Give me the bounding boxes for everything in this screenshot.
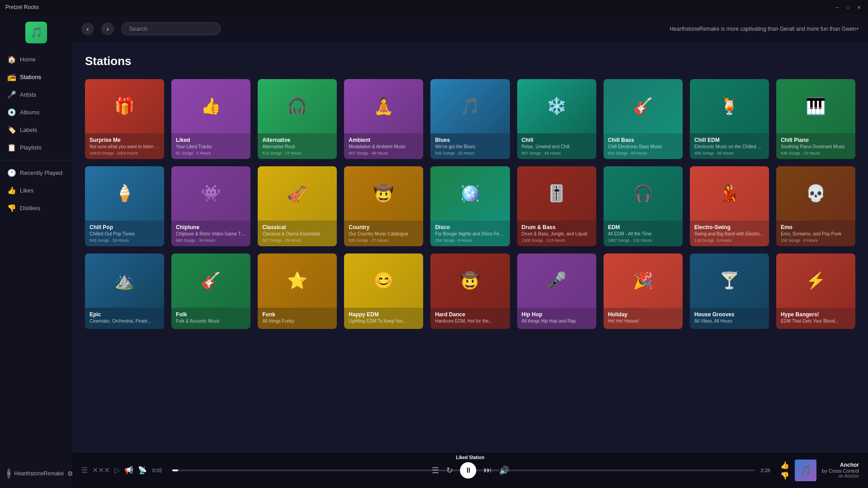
avatar: H bbox=[7, 468, 10, 479]
like-track-button[interactable]: 👍 bbox=[780, 461, 789, 469]
dislikes-icon: 👎 bbox=[7, 204, 15, 212]
station-desc: Chiptune & Retro Video Game Tunes bbox=[176, 231, 246, 236]
player-icon-1[interactable]: ☰ bbox=[81, 466, 88, 474]
station-name: Chill Pop bbox=[90, 224, 160, 230]
station-name: Drum & Bass bbox=[522, 224, 592, 230]
station-name: EDM bbox=[608, 224, 678, 230]
sidebar-item-home[interactable]: 🏠 Home bbox=[0, 51, 72, 68]
station-card-classical[interactable]: 🎻 Classical Classical & Opera Essentials… bbox=[258, 166, 337, 246]
station-meta: 1308 Songs · 113 Hours bbox=[522, 238, 592, 243]
station-name-label: Liked bbox=[456, 455, 468, 460]
sidebar-item-recently-played[interactable]: 🕐 Recently Played bbox=[0, 164, 72, 182]
station-card-funk[interactable]: ⭐ Funk All things Funky bbox=[258, 253, 337, 329]
station-desc: Swing and Big Band with Electronic Beats bbox=[694, 231, 764, 236]
sidebar-divider bbox=[0, 160, 72, 160]
volume-button[interactable]: 🔊 bbox=[499, 465, 509, 475]
app-body: 🎵 🏠 Home 📻 Stations 🎤 Artists 💿 Albums 🏷… bbox=[0, 14, 868, 488]
station-name: Chill Piano bbox=[781, 137, 851, 143]
player-right: 👍 👎 🎵 Anchor by Cross Control on Anchor bbox=[780, 460, 859, 481]
station-name: Chiptune bbox=[176, 224, 246, 230]
station-name: Electro-Swing bbox=[694, 224, 764, 230]
station-desc: All things Hip Hop and Rap bbox=[522, 319, 592, 324]
station-card-surprise-me[interactable]: 🎁 Surprise Me Not sure what you want to … bbox=[85, 79, 164, 159]
maximize-button[interactable]: □ bbox=[844, 4, 852, 11]
station-meta: 543 Songs · 29 Hours bbox=[90, 238, 160, 243]
station-desc: Drum & Bass, Jungle, and Liquid bbox=[522, 231, 592, 236]
sidebar-item-artists[interactable]: 🎤 Artists bbox=[0, 86, 72, 103]
station-card-chill-pop[interactable]: 🍦 Chill Pop Chilled Out Pop Tunes 543 So… bbox=[85, 166, 164, 246]
sidebar-item-stations[interactable]: 📻 Stations bbox=[0, 68, 72, 86]
back-button[interactable]: ‹ bbox=[81, 23, 94, 35]
station-card-chill-edm[interactable]: 🍹 Chill EDM Electronic Music on the Chil… bbox=[690, 79, 769, 159]
station-type-label: Station bbox=[469, 455, 485, 460]
dislike-track-button[interactable]: 👎 bbox=[780, 471, 789, 480]
station-name: Holiday bbox=[608, 311, 678, 318]
station-card-electro-swing[interactable]: 💃 Electro-Swing Swing and Big Band with … bbox=[690, 166, 769, 246]
sidebar-item-dislikes[interactable]: 👎 Dislikes bbox=[0, 199, 72, 217]
station-card-chiptune[interactable]: 👾 Chiptune Chiptune & Retro Video Game T… bbox=[171, 166, 250, 246]
loop-button[interactable]: ↻ bbox=[446, 465, 453, 475]
station-card-chill[interactable]: ❄️ Chill Relax, Unwind and Chill 907 Son… bbox=[517, 79, 596, 159]
station-card-alternative[interactable]: 🎧 Alternative Alternative Rock 512 Songs… bbox=[258, 79, 337, 159]
station-meta: 660 Songs · 34 Hours bbox=[176, 238, 246, 243]
sidebar: 🎵 🏠 Home 📻 Stations 🎤 Artists 💿 Albums 🏷… bbox=[0, 14, 72, 488]
close-button[interactable]: ✕ bbox=[855, 4, 863, 11]
station-desc: Not sure what you want to listen to? bbox=[90, 144, 160, 149]
sidebar-item-labels[interactable]: 🏷️ Labels bbox=[0, 121, 72, 139]
station-card-country[interactable]: 🤠 Country Our Country Music Catalogue 50… bbox=[344, 166, 423, 246]
station-card-liked[interactable]: 👍 Liked Your Liked Tracks 81 Songs · 5 H… bbox=[171, 79, 250, 159]
station-card-ambient[interactable]: 🧘 Ambient Medatative & Ambient Music 907… bbox=[344, 79, 423, 159]
station-card-chill-bass[interactable]: 🎸 Chill Bass Chill Electronic Bass Music… bbox=[604, 79, 683, 159]
station-meta: 548 Songs · 23 Hours bbox=[781, 151, 851, 155]
station-card-house-grooves[interactable]: 🍸 House Grooves All Vibes, All Hours bbox=[690, 253, 769, 329]
station-card-hip-hop[interactable]: 🎤 Hip Hop All things Hip Hop and Rap bbox=[517, 253, 596, 329]
player-radio-icon[interactable]: 📡 bbox=[138, 466, 147, 474]
station-card-hype-bangers![interactable]: ⚡ Hype Bangers! EDM That Gets Your Blood… bbox=[776, 253, 855, 329]
forward-button[interactable]: › bbox=[101, 23, 114, 35]
queue-button[interactable]: ☰ bbox=[432, 465, 439, 475]
station-desc: Your Liked Tracks bbox=[176, 144, 246, 149]
station-card-drum-&-bass[interactable]: 🎚️ Drum & Bass Drum & Bass, Jungle, and … bbox=[517, 166, 596, 246]
username: HearthstoneRemake bbox=[14, 470, 64, 477]
sidebar-label-recently-played: Recently Played bbox=[20, 169, 62, 176]
station-card-holiday[interactable]: 🎉 Holiday Ho! Ho! Hoooo! bbox=[604, 253, 683, 329]
station-card-emo[interactable]: 💀 Emo Emo, Screamo, and Pop Punk 156 Son… bbox=[776, 166, 855, 246]
station-name: Folk bbox=[176, 311, 246, 318]
artists-icon: 🎤 bbox=[7, 90, 15, 99]
sidebar-item-playlists[interactable]: 📋 Playlists bbox=[0, 139, 72, 156]
station-meta: 507 Songs · 29 Hours bbox=[262, 238, 332, 243]
next-button[interactable]: ⏭ bbox=[484, 465, 492, 475]
station-desc: Cinematic, Orchestral, Pirate... bbox=[90, 319, 160, 324]
sidebar-item-albums[interactable]: 💿 Albums bbox=[0, 103, 72, 121]
player-icon-3[interactable]: ▷ bbox=[114, 466, 120, 474]
player-icon-2[interactable]: ✕✕✕ bbox=[92, 466, 110, 474]
sidebar-item-likes[interactable]: 👍 Likes bbox=[0, 182, 72, 199]
window-controls: ─ □ ✕ bbox=[834, 4, 863, 11]
station-card-happy-edm[interactable]: 😊 Happy EDM Uplifting EDM To Keep You... bbox=[344, 253, 423, 329]
station-card-folk[interactable]: 🎸 Folk Folk & Acoustic Music bbox=[171, 253, 250, 329]
station-card-epic[interactable]: ⛰️ Epic Cinematic, Orchestral, Pirate... bbox=[85, 253, 164, 329]
station-meta: 512 Songs · 27 Hours bbox=[262, 151, 332, 155]
station-name: Emo bbox=[781, 224, 851, 230]
search-input[interactable] bbox=[121, 22, 221, 35]
station-desc: All EDM - All the Time bbox=[608, 231, 678, 236]
minimize-button[interactable]: ─ bbox=[834, 4, 841, 11]
station-card-chill-piano[interactable]: 🎹 Chill Piano Soothing Piano Dominant Mu… bbox=[776, 79, 855, 159]
track-title: Anchor bbox=[822, 462, 859, 468]
station-card-disco[interactable]: 🪩 Disco For Boogie Nights and Disco Feve… bbox=[430, 166, 509, 246]
station-name: Funk bbox=[262, 311, 332, 318]
station-desc: Chill Electronic Bass Music bbox=[608, 144, 678, 149]
station-name: Hard Dance bbox=[435, 311, 505, 318]
station-card-blues[interactable]: 🎵 Blues We've got the Blues 545 Songs · … bbox=[430, 79, 509, 159]
station-meta: 505 Songs · 27 Hours bbox=[349, 238, 419, 243]
station-card-hard-dance[interactable]: 🤠 Hard Dance Hardcore EDM, Hot for the..… bbox=[430, 253, 509, 329]
station-desc: All Vibes, All Hours bbox=[694, 319, 764, 324]
player-progress-fill bbox=[172, 469, 178, 471]
station-name: Country bbox=[349, 224, 419, 230]
play-pause-button[interactable]: ⏸ bbox=[460, 462, 476, 479]
station-card-edm[interactable]: 🎧 EDM All EDM - All the Time 1867 Songs … bbox=[604, 166, 683, 246]
station-desc: For Boogie Nights and Disco Fevers bbox=[435, 231, 505, 236]
player: ☰ ✕✕✕ ▷ 📢 📡 0:02 3:28 Liked Station ☰ ↻ … bbox=[72, 452, 868, 488]
content-area: Stations 🎁 Surprise Me Not sure what you… bbox=[72, 43, 868, 452]
player-icon-4[interactable]: 📢 bbox=[124, 466, 133, 474]
